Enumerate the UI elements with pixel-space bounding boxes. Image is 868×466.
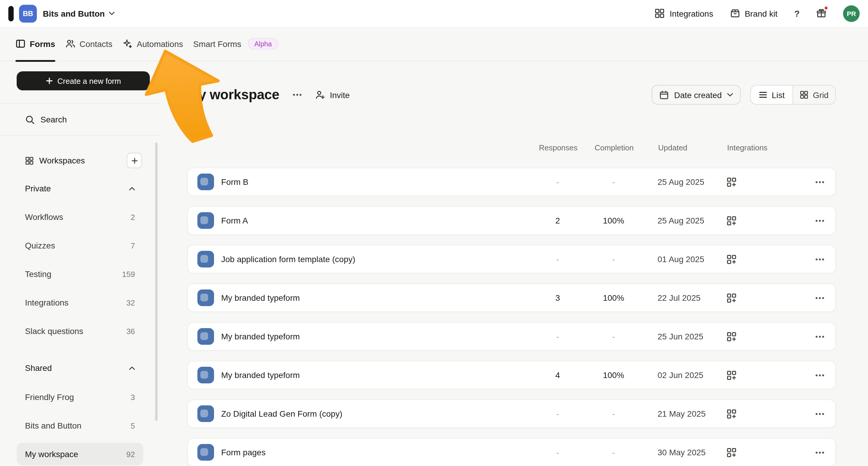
table-row[interactable]: My branded typeform 3 100% 22 Jul 2025: [187, 283, 836, 312]
workspace-avatar[interactable]: BB: [19, 4, 37, 22]
search-label: Search: [40, 115, 67, 124]
row-more-button[interactable]: [781, 335, 835, 338]
sidebar-item-count: 32: [126, 298, 135, 307]
responses-value: -: [531, 409, 584, 418]
completion-value: 100%: [584, 216, 643, 225]
view-list-button[interactable]: List: [751, 86, 793, 104]
create-new-form-button[interactable]: Create a new form: [17, 71, 150, 90]
sidebar-item-count: 36: [126, 327, 135, 336]
brand-kit-link[interactable]: Brand kit: [730, 8, 778, 19]
responses-value: 3: [531, 293, 584, 303]
divider: [0, 103, 160, 104]
integrations-link[interactable]: Integrations: [655, 8, 713, 19]
workspace-more-button[interactable]: [292, 93, 302, 96]
form-name[interactable]: Job application form template (copy): [221, 254, 531, 264]
whats-new-button[interactable]: [816, 8, 826, 19]
plus-icon: [131, 157, 137, 164]
table-row[interactable]: Form pages - - 30 May 2025: [187, 438, 836, 466]
responses-value: -: [531, 447, 584, 457]
workspace-name[interactable]: Bits and Button: [43, 9, 105, 18]
plus-icon: [45, 77, 53, 84]
row-more-button[interactable]: [781, 374, 835, 377]
row-more-button[interactable]: [781, 412, 835, 415]
sidebar-item-workflows[interactable]: Workflows 2: [17, 206, 143, 228]
date-created-dropdown[interactable]: Date created: [652, 85, 741, 104]
tab-forms[interactable]: Forms: [16, 26, 55, 61]
form-name[interactable]: Form A: [221, 216, 531, 225]
sidebar-item-testing[interactable]: Testing 159: [17, 263, 143, 285]
completion-value: -: [584, 447, 643, 457]
form-thumbnail: [197, 444, 214, 461]
table-row[interactable]: Job application form template (copy) - -…: [187, 245, 836, 273]
invite-button[interactable]: Invite: [315, 90, 350, 100]
integrations-label: Integrations: [670, 9, 713, 18]
workspace-switcher[interactable]: BB Bits and Button: [8, 4, 115, 22]
row-more-button[interactable]: [781, 451, 835, 454]
form-thumbnail: [197, 212, 214, 229]
completion-value: 100%: [584, 370, 643, 380]
sidebar-scrollbar[interactable]: [155, 143, 158, 421]
sidebar-item-quizzes[interactable]: Quizzes 7: [17, 234, 143, 257]
sidebar-item-my-workspace[interactable]: My workspace 92: [17, 443, 143, 465]
chevron-up-icon: [129, 366, 135, 370]
form-name[interactable]: Form B: [221, 177, 531, 187]
view-grid-button[interactable]: Grid: [793, 86, 835, 104]
form-name[interactable]: Zo Digital Lead Gen Form (copy): [221, 409, 531, 418]
help-button[interactable]: ?: [794, 8, 800, 19]
updated-value: 25 Aug 2025: [643, 216, 722, 225]
section-shared[interactable]: Shared: [17, 359, 143, 377]
user-avatar[interactable]: PR: [843, 5, 860, 22]
column-completion: Completion: [584, 143, 644, 152]
form-name[interactable]: My branded typeform: [221, 293, 531, 303]
more-icon: [815, 374, 825, 377]
sidebar-item-bits-and-button[interactable]: Bits and Button 5: [17, 414, 143, 437]
row-integrations-button[interactable]: [722, 254, 781, 264]
sidebar-item-slack-questions[interactable]: Slack questions 36: [17, 320, 143, 342]
column-updated: Updated: [644, 143, 722, 152]
section-private[interactable]: Private: [17, 180, 143, 197]
table-row[interactable]: Form A 2 100% 25 Aug 2025: [187, 206, 836, 235]
sidebar-search[interactable]: Search: [0, 110, 160, 130]
add-workspace-button[interactable]: [127, 153, 142, 168]
row-more-button[interactable]: [781, 296, 835, 299]
page-title: My workspace: [187, 87, 279, 103]
sidebar-item-label: My workspace: [25, 449, 78, 459]
tab-contacts[interactable]: Contacts: [65, 26, 113, 61]
row-integrations-button[interactable]: [722, 409, 781, 419]
sidebar-item-label: Friendly Frog: [25, 392, 74, 402]
integrations-add-icon: [726, 447, 737, 457]
grid-icon: [800, 90, 809, 99]
main-content: My workspace Invite Date created: [187, 61, 836, 466]
row-more-button[interactable]: [781, 180, 835, 183]
row-more-button[interactable]: [781, 258, 835, 261]
table-row[interactable]: My branded typeform 4 100% 02 Jun 2025: [187, 361, 836, 389]
row-more-button[interactable]: [781, 219, 835, 222]
row-integrations-button[interactable]: [722, 177, 781, 187]
row-integrations-button[interactable]: [722, 215, 781, 225]
sidebar-item-integrations[interactable]: Integrations 32: [17, 291, 143, 314]
row-integrations-button[interactable]: [722, 331, 781, 341]
table-row[interactable]: Form B - - 25 Aug 2025: [187, 167, 836, 196]
tab-smart-forms[interactable]: Smart Forms Alpha: [193, 26, 279, 61]
tab-automations[interactable]: Automations: [122, 26, 183, 61]
form-name[interactable]: My branded typeform: [221, 332, 531, 341]
sidebar-item-count: 5: [131, 421, 135, 430]
table-row[interactable]: Zo Digital Lead Gen Form (copy) - - 21 M…: [187, 399, 836, 428]
form-list: Form B - - 25 Aug 2025 Form A 2 100% 25 …: [187, 167, 836, 466]
sidebar-item-friendly-frog[interactable]: Friendly Frog 3: [17, 386, 143, 408]
row-integrations-button[interactable]: [722, 447, 781, 457]
view-list-label: List: [772, 90, 785, 99]
completion-value: -: [584, 332, 643, 341]
sidebar-collapse-handle[interactable]: [8, 6, 14, 21]
sidebar-item-label: Testing: [25, 269, 52, 279]
table-row[interactable]: My branded typeform - - 25 Jun 2025: [187, 322, 836, 351]
row-integrations-button[interactable]: [722, 293, 781, 303]
form-name[interactable]: Form pages: [221, 447, 531, 457]
column-responses: Responses: [532, 143, 584, 152]
chevron-down-icon: [109, 11, 115, 15]
sidebar-item-count: 159: [122, 270, 135, 278]
row-integrations-button[interactable]: [722, 370, 781, 380]
form-name[interactable]: My branded typeform: [221, 370, 531, 380]
workspaces-header: Workspaces: [17, 152, 143, 169]
sidebar-item-label: Slack questions: [25, 326, 83, 336]
